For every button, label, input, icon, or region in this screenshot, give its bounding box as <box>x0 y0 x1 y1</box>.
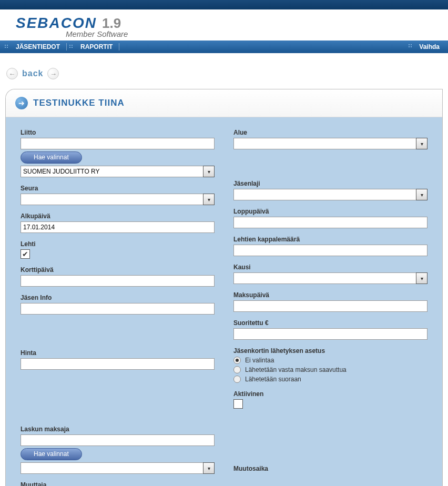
liitto-label: Liitto <box>21 129 215 136</box>
menu-drag-icon <box>69 44 74 49</box>
seura-select[interactable] <box>21 194 203 205</box>
menu-drag-icon <box>408 44 413 49</box>
menu-jasentiedot[interactable]: JÄSENTIEDOT <box>12 43 64 50</box>
page-frame: ➔ TESTINUKKE TIINA Liitto Hae valinnat ▾… <box>5 89 443 486</box>
loppupaiva-input[interactable] <box>233 217 427 228</box>
liitto-select[interactable] <box>21 166 203 177</box>
chevron-down-icon[interactable]: ▾ <box>203 166 215 177</box>
jasenkortti-option-0: Ei valintaa <box>245 357 274 364</box>
muuttaja-label: Muuttaja <box>21 481 215 486</box>
alkupaiva-label: Alkupäivä <box>21 212 215 220</box>
menu-vaihda[interactable]: Vaihda <box>415 43 444 50</box>
logo-subtitle: Member Software <box>66 29 448 38</box>
menu-separator <box>119 43 119 50</box>
form-body: Liitto Hae valinnat ▾ Seura ▾ <box>6 117 442 486</box>
chevron-down-icon[interactable]: ▾ <box>203 462 215 474</box>
lehti-checkbox[interactable]: ✔ <box>21 249 30 259</box>
page-title-bar: ➔ TESTINUKKE TIINA <box>6 89 442 117</box>
lehtienkpl-input[interactable] <box>233 245 427 256</box>
back-arrow-right-icon[interactable]: → <box>47 68 59 79</box>
chevron-down-icon[interactable]: ▾ <box>416 272 427 284</box>
menu-drag-icon <box>4 44 9 49</box>
alkupaiva-input[interactable] <box>21 221 215 233</box>
page-title: TESTINUKKE TIINA <box>33 98 125 108</box>
menu-raportit[interactable]: RAPORTIT <box>76 43 117 50</box>
back-row: ← back → <box>0 53 448 89</box>
back-label[interactable]: back <box>22 69 43 78</box>
chevron-down-icon[interactable]: ▾ <box>203 194 215 205</box>
jaseninfo-input[interactable] <box>21 303 215 315</box>
muutosaika-label: Muutosaika <box>233 465 427 472</box>
form-right-column: Alue ▾ Jäsenlaji ▾ Loppupäivä <box>233 129 427 486</box>
jasenkortti-option-2: Lähetetään suoraan <box>245 376 301 383</box>
hinta-label: Hinta <box>21 349 215 357</box>
kausi-label: Kausi <box>233 264 427 271</box>
liitto-hae-button[interactable]: Hae valinnat <box>21 151 82 164</box>
loppupaiva-label: Loppupäivä <box>233 208 427 215</box>
hinta-input[interactable] <box>21 358 215 370</box>
lehti-label: Lehti <box>21 240 215 248</box>
title-arrow-icon: ➔ <box>15 97 28 109</box>
menu-bar: JÄSENTIEDOT RAPORTIT Vaihda <box>0 40 448 53</box>
seura-label: Seura <box>21 185 215 192</box>
maksupaiva-label: Maksupäivä <box>233 291 427 299</box>
form-left-column: Liitto Hae valinnat ▾ Seura ▾ <box>21 129 215 486</box>
kausi-select[interactable] <box>233 272 416 284</box>
jasenkortti-option-1: Lähetetään vasta maksun saavuttua <box>245 366 347 373</box>
aktiivinen-checkbox[interactable] <box>233 399 243 409</box>
laskunmaksaja-hae-button[interactable]: Hae valinnat <box>21 448 82 460</box>
jasenkortti-label: Jäsenkortin lähetyksen asetus <box>233 347 427 355</box>
top-bar <box>0 0 448 9</box>
jasenkortti-radio-2[interactable] <box>233 376 241 383</box>
header: SEBACON 1.9 Member Software <box>0 9 448 40</box>
korttipaiva-input[interactable] <box>21 275 215 287</box>
suoritettu-input[interactable] <box>233 328 427 340</box>
lehtienkpl-label: Lehtien kappalemäärä <box>233 236 427 243</box>
aktiivinen-label: Aktiivinen <box>233 390 427 398</box>
korttipaiva-label: Korttipäivä <box>21 266 215 274</box>
back-arrow-left-icon[interactable]: ← <box>6 68 18 79</box>
alue-select[interactable] <box>233 138 416 149</box>
suoritettu-label: Suoritettu € <box>233 319 427 327</box>
jasenlaji-select[interactable] <box>233 189 416 200</box>
chevron-down-icon[interactable]: ▾ <box>416 189 427 200</box>
jasenlaji-label: Jäsenlaji <box>233 180 427 187</box>
jasenkortti-radio-0[interactable] <box>233 357 241 364</box>
jaseninfo-label: Jäsen Info <box>21 294 215 301</box>
liitto-input[interactable] <box>21 138 215 149</box>
alue-label: Alue <box>233 129 427 136</box>
menu-separator <box>66 43 67 50</box>
maksupaiva-input[interactable] <box>233 300 427 312</box>
laskunmaksaja-input[interactable] <box>21 434 215 446</box>
laskunmaksaja-select[interactable] <box>21 462 203 474</box>
jasenkortti-radio-1[interactable] <box>233 366 241 373</box>
chevron-down-icon[interactable]: ▾ <box>416 138 427 149</box>
laskunmaksaja-label: Laskun maksaja <box>21 426 215 433</box>
